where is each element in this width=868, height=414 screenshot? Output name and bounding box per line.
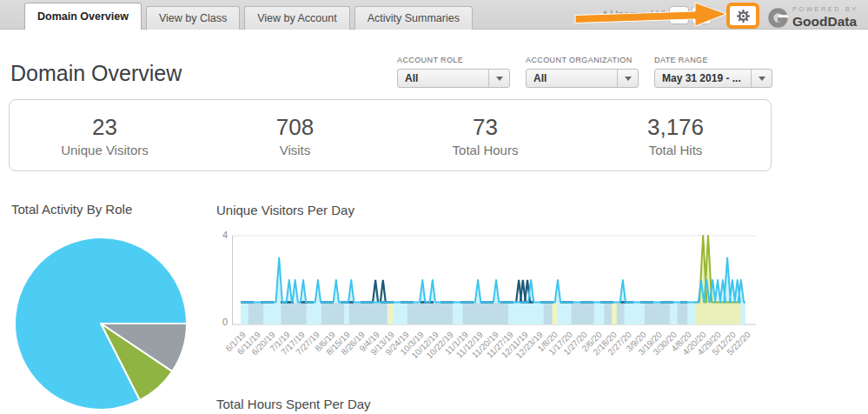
shade-stripe	[572, 304, 594, 325]
pie-chart-title: Total Activity By Role	[11, 202, 132, 217]
kpi-total-hours: 73 Total Hours	[390, 114, 580, 157]
settings-gear-button[interactable]	[726, 3, 759, 29]
unique-visitors-chart	[232, 231, 756, 329]
y-axis-tick: 0	[215, 317, 228, 327]
filter-label: DATE RANGE	[654, 56, 772, 64]
tab-domain-overview[interactable]: Domain Overview	[24, 3, 142, 30]
account-role-select[interactable]: All	[397, 69, 510, 88]
shade-stripe	[248, 304, 263, 325]
kpi-label: Total Hours	[390, 143, 580, 157]
filter-date-range: DATE RANGE May 31 2019 - ...	[654, 56, 772, 88]
kpi-value: 708	[200, 114, 390, 140]
yellow-stripe	[553, 304, 558, 325]
kpi-label: Total Hits	[580, 143, 771, 157]
gooddata-brand: POWERED BY GoodData	[768, 5, 858, 30]
kpi-label: Unique Visitors	[10, 143, 200, 157]
kpi-summary-card: 23 Unique Visitors 708 Visits 73 Total H…	[9, 99, 772, 171]
shade-stripe	[282, 304, 307, 325]
shade-stripe	[349, 304, 388, 325]
shade-stripe	[321, 304, 344, 325]
yellow-stripe	[612, 304, 617, 325]
select-value: All	[527, 70, 617, 87]
yellow-stripe	[388, 304, 394, 325]
chevron-down-icon	[617, 70, 638, 87]
tab-view-by-account[interactable]: View by Account	[244, 6, 350, 30]
navy-spike	[373, 280, 378, 303]
gooddata-logo-icon	[768, 8, 788, 28]
filter-account-role: ACCOUNT ROLE All	[397, 56, 510, 88]
page-title: Domain Overview	[10, 61, 182, 86]
date-range-select[interactable]: May 31 2019 - ...	[654, 69, 772, 88]
hours-chart-title: Total Hours Spent Per Day	[216, 397, 371, 411]
toolbar-button[interactable]	[692, 6, 712, 24]
chevron-down-icon	[751, 70, 772, 87]
tab-bar: Domain Overview View by Class View by Ac…	[0, 0, 868, 30]
visitors-line	[241, 258, 745, 303]
powered-by-label: POWERED BY	[792, 5, 858, 13]
dashboard: Domain Overview View by Class View by Ac…	[0, 0, 868, 414]
x-axis-labels: 6/1/196/11/196/20/197/1/197/17/197/27/19…	[232, 328, 756, 380]
chevron-down-icon	[488, 70, 509, 87]
filter-label: ACCOUNT ORGANIZATION	[526, 56, 639, 64]
filter-account-organization: ACCOUNT ORGANIZATION All	[526, 56, 639, 88]
toolbar-button[interactable]	[669, 6, 689, 24]
kpi-unique-visitors: 23 Unique Visitors	[10, 114, 200, 157]
kpi-value: 3,176	[580, 114, 771, 140]
kpi-value: 23	[10, 114, 200, 140]
kpi-visits: 708 Visits	[200, 114, 390, 157]
shade-stripe	[463, 304, 508, 325]
shade-stripe	[678, 304, 688, 325]
shade-stripe	[407, 304, 453, 325]
tab-view-by-class[interactable]: View by Class	[146, 6, 240, 30]
account-organization-select[interactable]: All	[526, 69, 639, 88]
shade-stripe	[645, 304, 670, 325]
line-chart-title: Unique Visitors Per Day	[216, 203, 354, 217]
filter-label: ACCOUNT ROLE	[397, 56, 510, 64]
gear-icon	[736, 9, 751, 23]
kpi-label: Visits	[200, 143, 390, 157]
navy-spike	[381, 280, 386, 303]
select-value: May 31 2019 - ...	[655, 70, 751, 87]
tab-activity-summaries[interactable]: Activity Summaries	[354, 6, 473, 30]
unsaved-view-label: * Unsaved Vi	[603, 9, 666, 21]
y-axis-tick: 4	[215, 230, 228, 240]
brand-name: GoodData	[792, 14, 858, 30]
select-value: All	[398, 70, 488, 87]
activity-by-role-pie-chart	[13, 237, 189, 414]
kpi-total-hits: 3,176 Total Hits	[580, 114, 771, 157]
kpi-value: 73	[390, 114, 580, 140]
tab-strip: Domain Overview View by Class View by Ac…	[24, 3, 473, 30]
